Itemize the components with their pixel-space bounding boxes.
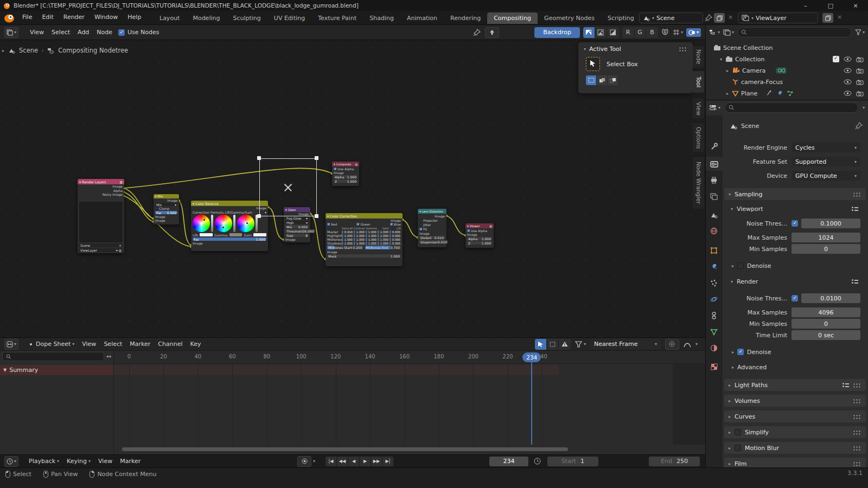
filter-invert-icon[interactable]: ↔ — [106, 353, 111, 360]
filter-id-type-dropdown[interactable]: ▾ — [723, 29, 734, 36]
clock-icon[interactable] — [534, 458, 541, 465]
selection-handle[interactable] — [315, 156, 318, 160]
node-editor[interactable]: ▸ Scene › Compositing Nodetree ▾Render L… — [0, 40, 705, 337]
frame-end-field[interactable]: End250 — [649, 457, 700, 466]
viewer-alpha-field[interactable]: Alpha1.000 — [467, 237, 492, 241]
viewport-max-samples-field[interactable]: 1024 — [792, 233, 860, 242]
tab-tool[interactable]: Tool — [693, 70, 705, 93]
glare-size-field[interactable]: Size8 — [285, 234, 309, 237]
tab-node[interactable]: Node — [693, 46, 705, 68]
eye-icon[interactable] — [844, 79, 852, 85]
node-scene-field[interactable]: Scene× — [79, 243, 123, 247]
panel-grip[interactable] — [853, 399, 861, 403]
expand-icon[interactable]: ▸ — [732, 264, 734, 268]
backdrop-button[interactable]: Backdrop — [534, 27, 580, 38]
cc-shadows-row[interactable]: Shadows1.0001.0001.0001.0000.000 — [326, 241, 403, 245]
menu-select[interactable]: Select — [100, 339, 126, 349]
ptab-modifiers[interactable] — [706, 260, 722, 274]
node-viewlayer-field[interactable]: ViewLayer▾ ◍ — [79, 248, 123, 252]
timeline-region[interactable]: 020406080100120140160180200220240 234 — [114, 351, 705, 454]
device-dropdown[interactable]: GPU Compute▾ — [792, 171, 860, 181]
composite-z-field[interactable]: Z1.000 — [334, 179, 358, 183]
properties-options-dropdown[interactable]: ▾ — [863, 105, 865, 110]
tab-rendering[interactable]: Rendering — [444, 12, 487, 24]
menu-select[interactable]: Select — [48, 27, 74, 37]
panel-grip[interactable] — [853, 446, 861, 451]
tab-compositing[interactable]: Compositing — [487, 12, 538, 24]
backdrop-channel-color[interactable] — [595, 27, 607, 38]
collection-checkbox[interactable] — [833, 56, 839, 62]
menu-node[interactable]: Node — [93, 27, 116, 37]
motion-blur-panel[interactable]: ▸Motion Blur — [724, 442, 866, 454]
color-balance-fac-slider[interactable]: Fac1.000 — [193, 237, 266, 241]
new-viewlayer-button[interactable] — [822, 13, 833, 23]
noise-threshold-checkbox[interactable] — [792, 220, 798, 227]
gamma-color-wheel[interactable] — [215, 215, 232, 232]
panel-grip[interactable] — [853, 461, 861, 466]
viewport-subpanel-header[interactable]: ▾Viewport — [731, 203, 866, 214]
viewport-denoise-checkbox[interactable] — [737, 262, 744, 269]
light-paths-panel[interactable]: ▸Light Paths — [724, 379, 866, 391]
node-viewer[interactable]: ▾Viewer◍ Use Alpha Image Alpha1.000 Z1.0… — [465, 223, 494, 248]
curves-panel[interactable]: ▸Curves — [724, 410, 866, 422]
disclosure-icon[interactable]: ▸ — [725, 91, 730, 96]
backdrop-channel-alpha[interactable] — [607, 27, 619, 38]
vertex-group-badge-icon[interactable] — [787, 90, 794, 97]
backdrop-channel-b[interactable]: B — [646, 27, 658, 38]
node-mix[interactable]: ▾Mix Image Mix▾ Clamp Fac0.500 Image Ima… — [154, 194, 179, 224]
parent-node-tree-button[interactable] — [485, 27, 499, 38]
feature-set-dropdown[interactable]: Supported▾ — [792, 157, 860, 166]
advanced-subpanel[interactable]: ▸Advanced — [722, 362, 868, 372]
preset-icon[interactable] — [843, 382, 849, 388]
sampling-panel-header[interactable]: ▾Sampling — [724, 188, 866, 200]
remove-viewlayer-icon[interactable]: × — [837, 14, 842, 21]
jitter-checkbox[interactable] — [419, 223, 422, 226]
minimize-button[interactable]: – — [793, 0, 818, 11]
ptab-object-data[interactable] — [706, 325, 722, 339]
ptab-world[interactable] — [706, 224, 722, 238]
menu-view[interactable]: View — [26, 27, 48, 37]
render-noise-threshold-checkbox[interactable] — [792, 295, 798, 301]
blender-menu-logo-icon[interactable] — [3, 12, 15, 23]
panel-grip[interactable] — [853, 383, 861, 388]
film-panel[interactable]: ▸Film — [724, 458, 866, 467]
gain-swatch[interactable] — [253, 233, 266, 236]
ptab-material[interactable] — [706, 341, 722, 355]
keying-set-dropdown[interactable]: ▾ — [313, 459, 315, 464]
proportional-edit-toggle[interactable] — [665, 339, 679, 350]
backdrop-channel-color-alpha[interactable] — [583, 27, 595, 38]
menu-keying[interactable]: Keying▾ — [63, 456, 94, 466]
overlays-toggle[interactable]: ▾ — [686, 28, 701, 37]
mix-clamp-checkbox[interactable] — [155, 207, 158, 210]
snap-mode-dropdown[interactable]: Nearest Frame▾ — [590, 339, 661, 349]
maximize-button[interactable]: □ — [818, 0, 843, 11]
menu-channel[interactable]: Channel — [154, 339, 186, 349]
selection-handle[interactable] — [257, 214, 261, 218]
camera-visibility-icon[interactable] — [856, 68, 864, 74]
glare-threshold-field[interactable]: Threshold36.060 — [285, 229, 315, 233]
pin-icon[interactable] — [473, 29, 481, 36]
menu-marker[interactable]: Marker — [116, 456, 144, 466]
time-limit-field[interactable]: 0 sec — [792, 330, 860, 340]
pin-icon[interactable] — [855, 122, 863, 130]
ptab-render[interactable] — [706, 157, 722, 171]
menu-add[interactable]: Add — [74, 27, 93, 37]
camera-visibility-icon[interactable] — [856, 79, 864, 85]
jump-to-start-button[interactable]: |◀ — [326, 457, 337, 466]
mix-fac-slider[interactable]: Fac0.500 — [155, 211, 177, 215]
editor-type-button[interactable]: ▾ — [4, 339, 18, 350]
auto-keying-toggle[interactable] — [297, 456, 311, 467]
only-selected-toggle[interactable] — [535, 339, 547, 350]
distort-field[interactable]: Distort0.010 — [419, 236, 445, 240]
menu-window[interactable]: Window — [90, 11, 123, 23]
motion-blur-checkbox[interactable] — [735, 445, 741, 451]
lift-value-slider[interactable] — [211, 215, 213, 232]
glare-type-dropdown[interactable]: Fog Glow▾ — [285, 216, 309, 220]
expand-icon[interactable]: ▸ — [732, 350, 734, 355]
constraint-badge-icon[interactable] — [766, 90, 773, 96]
render-subpanel-header[interactable]: ▾Render — [731, 276, 866, 287]
ptab-object[interactable] — [706, 243, 722, 258]
node-color-balance[interactable]: ▾Color Balance Image Correction Formula … — [191, 201, 268, 251]
blue-checkbox[interactable] — [390, 223, 393, 226]
outliner-search-input[interactable] — [737, 27, 852, 37]
